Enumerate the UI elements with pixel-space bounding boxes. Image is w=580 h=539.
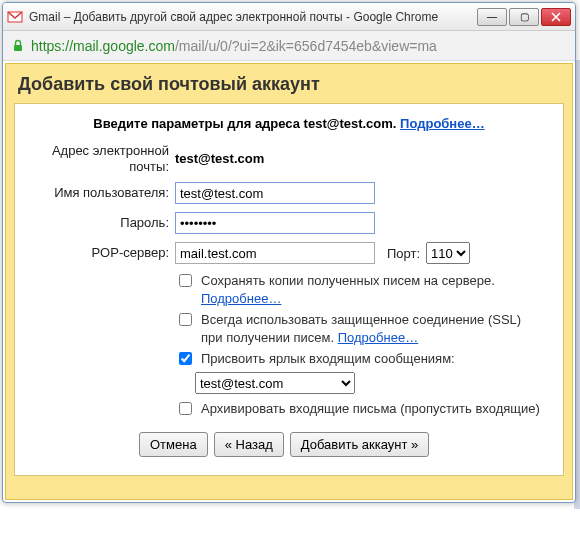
url-host: https://mail.google.com — [31, 38, 175, 54]
label-port: Порт: — [387, 246, 420, 261]
archive-checkbox[interactable] — [179, 402, 192, 415]
row-password: Пароль: — [29, 212, 549, 234]
keep-copy-learn-more-link[interactable]: Подробнее… — [201, 291, 281, 306]
row-email: Адрес электронной почты: test@test.com — [29, 143, 549, 174]
archive-label: Архивировать входящие письма (пропустить… — [201, 401, 540, 416]
cancel-button[interactable]: Отмена — [139, 432, 208, 457]
email-static-value: test@test.com — [175, 151, 264, 166]
ssl-learn-more-link[interactable]: Подробнее… — [338, 330, 418, 345]
close-button[interactable] — [541, 8, 571, 26]
port-select[interactable]: 110 — [426, 242, 470, 264]
row-archive: Архивировать входящие письма (пропустить… — [175, 400, 549, 418]
url-path: /mail/u/0/?ui=2&ik=656d7454eb&view=ma — [175, 38, 437, 54]
row-username: Имя пользователя: — [29, 182, 549, 204]
window-controls: ― ▢ — [475, 8, 571, 26]
username-input[interactable] — [175, 182, 375, 204]
url-text: https://mail.google.com/mail/u/0/?ui=2&i… — [31, 38, 437, 54]
window-title: Gmail – Добавить другой свой адрес элект… — [29, 10, 475, 24]
row-keep-copy: Сохранять копии полученных писем на серв… — [175, 272, 549, 307]
row-label: Присвоить ярлык входящим сообщениям: — [175, 350, 549, 368]
keep-copy-checkbox[interactable] — [179, 274, 192, 287]
dialog-title: Добавить свой почтовый аккаунт — [6, 64, 572, 103]
maximize-button[interactable]: ▢ — [509, 8, 539, 26]
pop-server-input[interactable] — [175, 242, 375, 264]
button-row: Отмена « Назад Добавить аккаунт » — [139, 432, 549, 457]
titlebar: Gmail – Добавить другой свой адрес элект… — [3, 3, 575, 31]
dialog-content: Добавить свой почтовый аккаунт Введите п… — [5, 63, 573, 500]
keep-copy-label: Сохранять копии полученных писем на серв… — [201, 273, 495, 288]
background-window-footer — [4, 509, 576, 539]
row-pop: POP-сервер: Порт: 110 — [29, 242, 549, 264]
label-pop: POP-сервер: — [29, 245, 175, 261]
label-select[interactable]: test@test.com — [195, 372, 355, 394]
label-username: Имя пользователя: — [29, 185, 175, 201]
back-button[interactable]: « Назад — [214, 432, 284, 457]
row-ssl: Всегда использовать защищенное соединени… — [175, 311, 549, 346]
ssl-checkbox[interactable] — [179, 313, 192, 326]
label-label: Присвоить ярлык входящим сообщениям: — [201, 351, 455, 366]
label-password: Пароль: — [29, 215, 175, 231]
form-panel: Введите параметры для адреса test@test.c… — [14, 103, 564, 476]
instruction-text: Введите параметры для адреса test@test.c… — [29, 114, 549, 143]
instruction-prefix: Введите параметры для адреса test@test.c… — [93, 116, 400, 131]
add-account-button[interactable]: Добавить аккаунт » — [290, 432, 430, 457]
minimize-button[interactable]: ― — [477, 8, 507, 26]
learn-more-link[interactable]: Подробнее… — [400, 116, 485, 131]
label-checkbox[interactable] — [179, 352, 192, 365]
gmail-favicon — [7, 9, 23, 25]
label-email: Адрес электронной почты: — [29, 143, 175, 174]
address-bar[interactable]: https://mail.google.com/mail/u/0/?ui=2&i… — [3, 31, 575, 61]
password-input[interactable] — [175, 212, 375, 234]
chrome-popup-window: Gmail – Добавить другой свой адрес элект… — [2, 2, 576, 503]
svg-rect-1 — [14, 45, 22, 51]
lock-icon — [11, 39, 25, 53]
